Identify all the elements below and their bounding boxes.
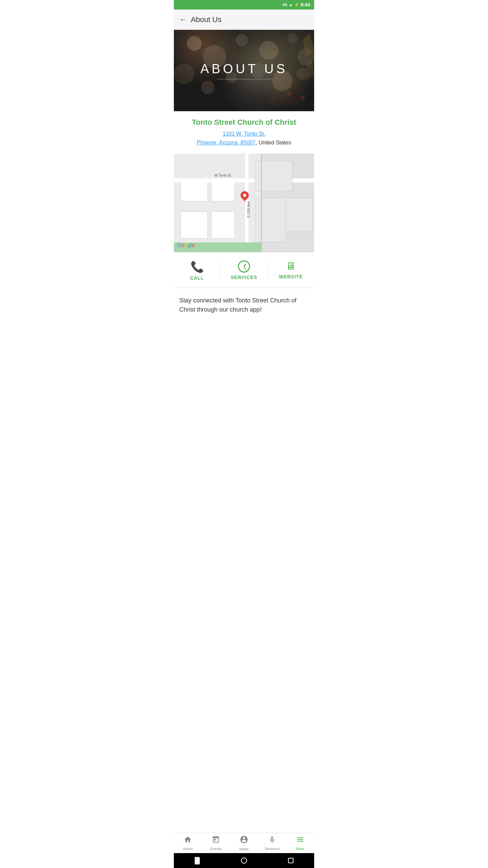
google-letter-o2: o <box>184 242 187 248</box>
google-letter-g: G <box>177 242 181 248</box>
map-block-right3 <box>285 198 312 232</box>
call-button[interactable]: 📞 CALL <box>174 260 220 281</box>
church-info-section: Tonto Street Church of Christ 1101 W. To… <box>174 111 314 154</box>
clock-hand-minute <box>244 267 246 270</box>
action-buttons-section: 📞 CALL SERVICES 🖥 WEBSITE <box>174 252 314 288</box>
google-letter-g2: g <box>187 242 190 248</box>
map-block-right2 <box>255 198 286 242</box>
battery-icon: ⚡ <box>294 2 299 7</box>
address-line1[interactable]: 1101 W. Tonto St. <box>223 131 265 137</box>
call-label: CALL <box>190 275 204 281</box>
description-text: Stay connected with Tonto Street Church … <box>179 296 309 314</box>
church-name: Tonto Street Church of Christ <box>179 118 309 127</box>
website-label: WEBSITE <box>279 274 303 279</box>
status-bar: 4G ▲ ⚡ 9:44 <box>174 0 314 9</box>
google-letter-e: e <box>192 242 195 248</box>
page-title: About Us <box>191 15 222 24</box>
svg-point-7 <box>201 81 215 94</box>
website-button[interactable]: 🖥 WEBSITE <box>268 260 314 281</box>
map-pin <box>240 191 249 203</box>
map-block <box>211 181 235 201</box>
description-section: Stay connected with Tonto Street Church … <box>174 288 314 322</box>
phone-icon: 📞 <box>190 260 204 273</box>
church-country: , United States <box>256 140 291 145</box>
svg-point-2 <box>236 34 248 46</box>
hero-title: ABOUT US <box>200 62 288 76</box>
svg-point-4 <box>287 33 298 43</box>
svg-point-0 <box>187 36 202 51</box>
back-button[interactable]: ← <box>179 16 187 23</box>
street-horizontal <box>174 178 314 182</box>
hero-banner: ABOUT US <box>174 30 314 111</box>
svg-point-3 <box>259 41 278 60</box>
clock: 9:44 <box>301 2 310 7</box>
services-label: SERVICES <box>231 275 258 280</box>
address-line2[interactable]: Phoenix, Arizona, 85007 <box>197 140 256 145</box>
svg-point-16 <box>301 96 305 100</box>
pin-circle <box>239 190 250 201</box>
svg-point-14 <box>287 93 291 96</box>
map-divider <box>261 154 262 252</box>
google-logo: Google <box>177 242 195 249</box>
church-address[interactable]: 1101 W. Tonto St. Phoenix, Arizona, 8500… <box>179 130 309 147</box>
map-section[interactable]: W Tonto St S 11th Ave Google <box>174 154 314 252</box>
svg-point-15 <box>271 100 273 102</box>
svg-point-6 <box>174 64 194 84</box>
street-label-v: S 11th Ave <box>247 201 250 218</box>
status-icons: 4G ▲ ⚡ 9:44 <box>282 2 310 7</box>
network-indicator: 4G <box>282 3 287 7</box>
signal-icon: ▲ <box>289 2 293 7</box>
map-block <box>181 212 208 239</box>
map-block <box>211 212 235 239</box>
map-block <box>181 181 208 201</box>
clock-icon <box>238 260 250 273</box>
services-button[interactable]: SERVICES <box>221 260 267 281</box>
hero-underline <box>217 79 271 79</box>
monitor-icon: 🖥 <box>286 260 296 272</box>
street-label-h: W Tonto St <box>215 174 231 177</box>
header: ← About Us <box>174 9 314 30</box>
